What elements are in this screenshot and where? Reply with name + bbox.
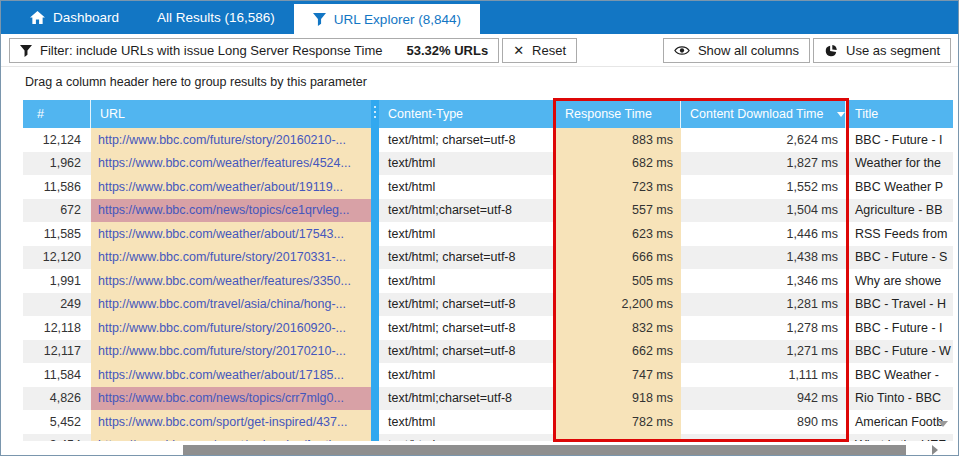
response-time-cell: 723 ms <box>556 175 681 199</box>
url-cell[interactable]: https://www.bbc.com/weather/about/19119.… <box>91 175 371 199</box>
table-row[interactable]: 12,120 http://www.bbc.com/future/story/2… <box>23 246 953 270</box>
content-download-cell: 942 ms <box>681 387 846 411</box>
use-as-segment-button[interactable]: Use as segment <box>813 38 951 63</box>
row-number-cell: 11,585 <box>23 222 91 246</box>
results-grid: # URL Content-Type Response Time Content… <box>23 100 953 441</box>
close-icon: ✕ <box>513 43 524 58</box>
content-download-cell: 1,346 ms <box>681 269 846 293</box>
content-type-cell: text/html <box>379 152 556 176</box>
response-time-cell: 623 ms <box>556 222 681 246</box>
title-cell: BBC - Future - I <box>846 316 953 340</box>
splitter-grip-icon <box>373 106 377 118</box>
reset-filter-button[interactable]: ✕ Reset <box>502 38 577 63</box>
url-cell[interactable]: http://www.bbc.com/travel/asia/china/hon… <box>91 293 371 317</box>
response-time-cell: 682 ms <box>556 152 681 176</box>
tab-bar: Dashboard All Results (16,586) URL Explo… <box>1 1 958 34</box>
scroll-down-arrow-icon[interactable] <box>938 421 948 427</box>
filter-percent: 53.32% URLs <box>406 43 488 58</box>
title-cell: BBC - Travel - H <box>846 293 953 317</box>
table-row[interactable]: 5,452 https://www.bbc.com/sport/get-insp… <box>23 410 953 434</box>
content-type-cell: text/html <box>379 363 556 387</box>
content-download-cell: 874 ms <box>681 434 846 442</box>
content-type-cell: text/html; charset=utf-8 <box>379 128 556 152</box>
title-cell: RSS Feeds from <box>846 222 953 246</box>
table-row[interactable]: 11,585 https://www.bbc.com/weather/about… <box>23 222 953 246</box>
row-number-cell: 12,124 <box>23 128 91 152</box>
row-number-cell: 1,991 <box>23 269 91 293</box>
url-cell[interactable]: http://www.bbc.com/future/story/20160920… <box>91 316 371 340</box>
column-header-content-type[interactable]: Content-Type <box>379 100 556 128</box>
row-number-cell: 4,826 <box>23 387 91 411</box>
table-row[interactable]: 1,962 https://www.bbc.com/weather/featur… <box>23 152 953 176</box>
table-row[interactable]: 4,826 https://www.bbc.com/news/topics/cr… <box>23 387 953 411</box>
row-number-cell: 12,120 <box>23 246 91 270</box>
row-number-cell: 5,452 <box>23 410 91 434</box>
table-row[interactable]: 12,124 http://www.bbc.com/future/story/2… <box>23 128 953 152</box>
url-cell[interactable]: https://www.bbc.com/sport/swimming/for-t… <box>91 434 371 442</box>
title-cell: BBC Weather P <box>846 175 953 199</box>
response-time-cell: 747 ms <box>556 363 681 387</box>
title-cell: Weather for the <box>846 152 953 176</box>
tab-url-explorer[interactable]: URL Explorer (8,844) <box>294 4 480 34</box>
eye-icon <box>674 45 690 56</box>
response-time-cell: 666 ms <box>556 246 681 270</box>
table-row[interactable]: 12,117 http://www.bbc.com/future/story/2… <box>23 340 953 364</box>
funnel-icon <box>313 13 326 26</box>
content-type-cell: text/html <box>379 269 556 293</box>
column-header-response-time[interactable]: Response Time <box>556 100 681 128</box>
tab-all-results[interactable]: All Results (16,586) <box>138 1 294 34</box>
filter-toolbar: Filter: include URLs with issue Long Ser… <box>1 34 958 67</box>
filter-summary: Filter: include URLs with issue Long Ser… <box>9 38 499 63</box>
column-header-number[interactable]: # <box>23 100 91 128</box>
table-row[interactable]: 12,118 http://www.bbc.com/future/story/2… <box>23 316 953 340</box>
column-header-url[interactable]: URL <box>91 100 371 128</box>
title-cell: BBC - Future - W <box>846 340 953 364</box>
title-cell: BBC - Future - I <box>846 128 953 152</box>
table-row[interactable]: 249 http://www.bbc.com/travel/asia/china… <box>23 293 953 317</box>
url-cell[interactable]: http://www.bbc.com/future/story/20170331… <box>91 246 371 270</box>
row-number-cell: 11,586 <box>23 175 91 199</box>
grid-body: 12,124 http://www.bbc.com/future/story/2… <box>23 128 953 441</box>
response-time-cell: 505 ms <box>556 269 681 293</box>
content-type-cell: text/html; charset=utf-8 <box>379 340 556 364</box>
url-cell[interactable]: https://www.bbc.com/weather/about/17185.… <box>91 363 371 387</box>
response-time-cell: 883 ms <box>556 128 681 152</box>
row-number-cell: 11,584 <box>23 363 91 387</box>
content-type-cell: text/html; charset=utf-8 <box>379 293 556 317</box>
table-row[interactable]: 11,584 https://www.bbc.com/weather/about… <box>23 363 953 387</box>
url-cell[interactable]: https://www.bbc.com/news/topics/ce1qrvle… <box>91 199 371 223</box>
url-cell[interactable]: https://www.bbc.com/sport/get-inspired/4… <box>91 410 371 434</box>
column-header-label: Content Download Time <box>690 107 823 121</box>
title-cell: Agriculture - BB <box>846 199 953 223</box>
column-header-content-download-time[interactable]: Content Download Time <box>681 100 846 128</box>
table-row[interactable]: 1,991 https://www.bbc.com/weather/featur… <box>23 269 953 293</box>
content-type-cell: text/html;charset=utf-8 <box>379 199 556 223</box>
url-cell[interactable]: https://www.bbc.com/weather/features/452… <box>91 152 371 176</box>
title-cell: Rio Tinto - BBC <box>846 387 953 411</box>
tab-dashboard[interactable]: Dashboard <box>11 1 138 34</box>
title-cell: BBC - Future - S <box>846 246 953 270</box>
content-download-cell: 1,281 ms <box>681 293 846 317</box>
scroll-right-arrow-icon[interactable] <box>932 445 938 455</box>
segment-pie-icon <box>824 44 838 58</box>
content-download-cell: 1,552 ms <box>681 175 846 199</box>
show-all-columns-button[interactable]: Show all columns <box>663 38 810 63</box>
url-cell[interactable]: https://www.bbc.com/weather/about/17543.… <box>91 222 371 246</box>
reset-label: Reset <box>532 43 566 58</box>
url-cell[interactable]: https://www.bbc.com/news/topics/crr7mlg0… <box>91 387 371 411</box>
response-time-cell: 2,200 ms <box>556 293 681 317</box>
column-header-title[interactable]: Title <box>846 100 953 128</box>
horizontal-scrollbar-thumb[interactable] <box>183 445 906 455</box>
url-cell[interactable]: http://www.bbc.com/future/story/20160210… <box>91 128 371 152</box>
table-row[interactable]: 11,586 https://www.bbc.com/weather/about… <box>23 175 953 199</box>
title-cell: BBC Weather - <box>846 363 953 387</box>
url-cell[interactable]: https://www.bbc.com/weather/features/335… <box>91 269 371 293</box>
show-all-columns-label: Show all columns <box>698 43 799 58</box>
response-time-cell: 832 ms <box>556 316 681 340</box>
content-download-cell: 1,438 ms <box>681 246 846 270</box>
table-row[interactable]: 3,454 https://www.bbc.com/sport/swimming… <box>23 434 953 442</box>
table-row[interactable]: 672 https://www.bbc.com/news/topics/ce1q… <box>23 199 953 223</box>
url-cell[interactable]: http://www.bbc.com/future/story/20170210… <box>91 340 371 364</box>
frozen-pane-splitter[interactable] <box>371 100 379 441</box>
title-cell: Why are showe <box>846 269 953 293</box>
